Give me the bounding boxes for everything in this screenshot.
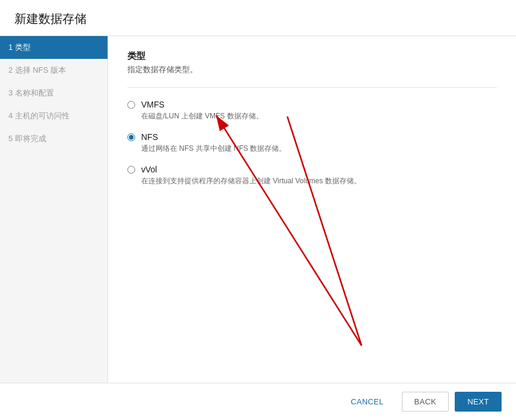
dialog-title: 新建数据存储 bbox=[14, 11, 502, 27]
option-vvol: vVol 在连接到支持提供程序的存储容器上创建 Virtual Volumes … bbox=[127, 165, 497, 186]
type-option-group: VMFS 在磁盘/LUN 上创建 VMFS 数据存储。 NFS 通过网络在 NF… bbox=[127, 100, 497, 186]
cancel-button[interactable]: CANCEL bbox=[339, 392, 396, 411]
sidebar-item-step4[interactable]: 4 主机的可访问性 bbox=[0, 105, 108, 127]
vmfs-label: VMFS bbox=[141, 100, 263, 109]
sidebar: 1 类型 2 选择 NFS 版本 3 名称和配置 4 主机的可访问性 5 即将完… bbox=[0, 36, 108, 383]
nfs-label: NFS bbox=[141, 132, 286, 142]
main-content: 类型 指定数据存储类型。 VMFS 在磁盘/LUN 上创建 VMFS 数据存储。… bbox=[108, 36, 516, 383]
section-title: 类型 bbox=[127, 50, 497, 62]
dialog-header: 新建数据存储 bbox=[0, 0, 516, 36]
option-nfs: NFS 通过网络在 NFS 共享中创建 NFS 数据存储。 bbox=[127, 132, 497, 154]
sidebar-item-step1[interactable]: 1 类型 bbox=[0, 36, 108, 59]
sidebar-item-step2[interactable]: 2 选择 NFS 版本 bbox=[0, 59, 108, 82]
section-divider bbox=[127, 87, 497, 88]
vvol-radio[interactable] bbox=[127, 166, 135, 174]
back-button[interactable]: BACK bbox=[402, 392, 449, 412]
dialog-body: 1 类型 2 选择 NFS 版本 3 名称和配置 4 主机的可访问性 5 即将完… bbox=[0, 36, 516, 383]
vvol-label: vVol bbox=[141, 165, 361, 174]
sidebar-item-step3[interactable]: 3 名称和配置 bbox=[0, 82, 108, 105]
nfs-radio[interactable] bbox=[127, 133, 135, 141]
vmfs-option-text: VMFS 在磁盘/LUN 上创建 VMFS 数据存储。 bbox=[141, 100, 263, 121]
vmfs-radio[interactable] bbox=[127, 101, 135, 109]
vvol-desc: 在连接到支持提供程序的存储容器上创建 Virtual Volumes 数据存储。 bbox=[141, 176, 361, 186]
option-vmfs: VMFS 在磁盘/LUN 上创建 VMFS 数据存储。 bbox=[127, 100, 497, 121]
next-button[interactable]: NEXT bbox=[455, 392, 502, 412]
section-subtitle: 指定数据存储类型。 bbox=[127, 64, 497, 75]
sidebar-item-step5[interactable]: 5 即将完成 bbox=[0, 127, 108, 150]
nfs-option-text: NFS 通过网络在 NFS 共享中创建 NFS 数据存储。 bbox=[141, 132, 286, 154]
dialog-footer: CANCEL BACK NEXT bbox=[0, 383, 516, 420]
vmfs-desc: 在磁盘/LUN 上创建 VMFS 数据存储。 bbox=[141, 111, 263, 121]
nfs-desc: 通过网络在 NFS 共享中创建 NFS 数据存储。 bbox=[141, 144, 286, 154]
new-datastore-dialog: 新建数据存储 1 类型 2 选择 NFS 版本 3 名称和配置 4 主机的可访问… bbox=[0, 0, 516, 420]
annotation-arrow bbox=[108, 36, 516, 383]
vvol-option-text: vVol 在连接到支持提供程序的存储容器上创建 Virtual Volumes … bbox=[141, 165, 361, 186]
